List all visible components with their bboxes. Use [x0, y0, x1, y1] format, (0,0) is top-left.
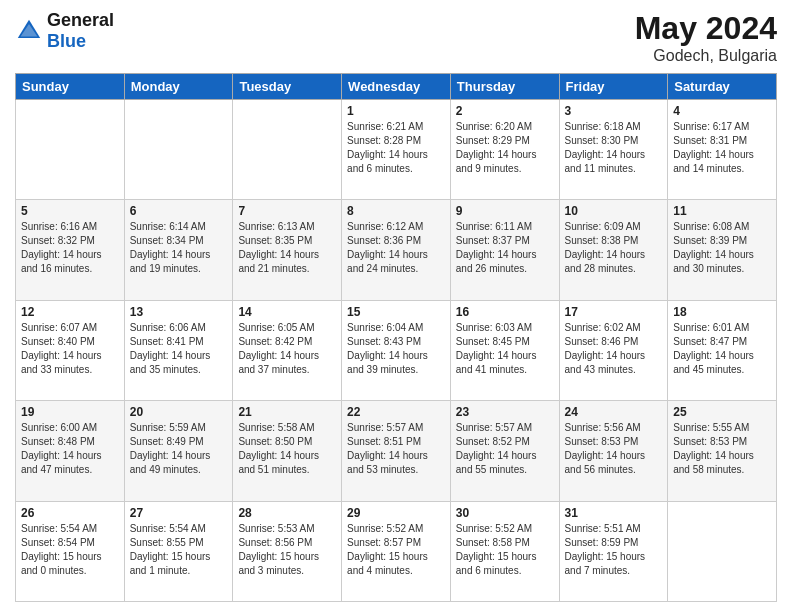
day-info: Sunrise: 6:21 AMSunset: 8:28 PMDaylight:… [347, 120, 445, 176]
calendar-cell: 24Sunrise: 5:56 AMSunset: 8:53 PMDayligh… [559, 401, 668, 501]
daylight-text: Daylight: 14 hours and 43 minutes. [565, 350, 646, 375]
calendar-cell: 21Sunrise: 5:58 AMSunset: 8:50 PMDayligh… [233, 401, 342, 501]
sunset-text: Sunset: 8:32 PM [21, 235, 95, 246]
week-row-2: 5Sunrise: 6:16 AMSunset: 8:32 PMDaylight… [16, 200, 777, 300]
calendar-cell: 28Sunrise: 5:53 AMSunset: 8:56 PMDayligh… [233, 501, 342, 601]
day-number: 15 [347, 305, 445, 319]
day-number: 29 [347, 506, 445, 520]
day-number: 11 [673, 204, 771, 218]
day-number: 30 [456, 506, 554, 520]
day-number: 24 [565, 405, 663, 419]
sunrise-text: Sunrise: 5:54 AM [21, 523, 97, 534]
day-number: 13 [130, 305, 228, 319]
calendar-header-row: Sunday Monday Tuesday Wednesday Thursday… [16, 74, 777, 100]
calendar-cell: 11Sunrise: 6:08 AMSunset: 8:39 PMDayligh… [668, 200, 777, 300]
daylight-text: Daylight: 14 hours and 49 minutes. [130, 450, 211, 475]
calendar-cell [233, 100, 342, 200]
day-info: Sunrise: 5:58 AMSunset: 8:50 PMDaylight:… [238, 421, 336, 477]
sunset-text: Sunset: 8:46 PM [565, 336, 639, 347]
day-info: Sunrise: 5:52 AMSunset: 8:57 PMDaylight:… [347, 522, 445, 578]
calendar-cell: 23Sunrise: 5:57 AMSunset: 8:52 PMDayligh… [450, 401, 559, 501]
day-info: Sunrise: 6:17 AMSunset: 8:31 PMDaylight:… [673, 120, 771, 176]
day-info: Sunrise: 5:57 AMSunset: 8:51 PMDaylight:… [347, 421, 445, 477]
daylight-text: Daylight: 14 hours and 26 minutes. [456, 249, 537, 274]
day-info: Sunrise: 5:57 AMSunset: 8:52 PMDaylight:… [456, 421, 554, 477]
day-info: Sunrise: 5:59 AMSunset: 8:49 PMDaylight:… [130, 421, 228, 477]
calendar-cell: 29Sunrise: 5:52 AMSunset: 8:57 PMDayligh… [342, 501, 451, 601]
sunrise-text: Sunrise: 6:09 AM [565, 221, 641, 232]
day-number: 10 [565, 204, 663, 218]
sunset-text: Sunset: 8:57 PM [347, 537, 421, 548]
sunset-text: Sunset: 8:36 PM [347, 235, 421, 246]
sunset-text: Sunset: 8:29 PM [456, 135, 530, 146]
sunset-text: Sunset: 8:35 PM [238, 235, 312, 246]
sunset-text: Sunset: 8:28 PM [347, 135, 421, 146]
calendar-cell: 3Sunrise: 6:18 AMSunset: 8:30 PMDaylight… [559, 100, 668, 200]
sunset-text: Sunset: 8:56 PM [238, 537, 312, 548]
day-info: Sunrise: 6:04 AMSunset: 8:43 PMDaylight:… [347, 321, 445, 377]
calendar-cell: 1Sunrise: 6:21 AMSunset: 8:28 PMDaylight… [342, 100, 451, 200]
day-info: Sunrise: 6:07 AMSunset: 8:40 PMDaylight:… [21, 321, 119, 377]
calendar-cell: 9Sunrise: 6:11 AMSunset: 8:37 PMDaylight… [450, 200, 559, 300]
sunset-text: Sunset: 8:39 PM [673, 235, 747, 246]
day-number: 25 [673, 405, 771, 419]
calendar-cell: 2Sunrise: 6:20 AMSunset: 8:29 PMDaylight… [450, 100, 559, 200]
calendar-cell: 12Sunrise: 6:07 AMSunset: 8:40 PMDayligh… [16, 300, 125, 400]
day-number: 12 [21, 305, 119, 319]
col-sunday: Sunday [16, 74, 125, 100]
calendar-cell [124, 100, 233, 200]
daylight-text: Daylight: 14 hours and 53 minutes. [347, 450, 428, 475]
day-number: 5 [21, 204, 119, 218]
daylight-text: Daylight: 15 hours and 0 minutes. [21, 551, 102, 576]
day-info: Sunrise: 6:08 AMSunset: 8:39 PMDaylight:… [673, 220, 771, 276]
day-info: Sunrise: 5:56 AMSunset: 8:53 PMDaylight:… [565, 421, 663, 477]
sunset-text: Sunset: 8:47 PM [673, 336, 747, 347]
day-number: 23 [456, 405, 554, 419]
calendar-cell: 8Sunrise: 6:12 AMSunset: 8:36 PMDaylight… [342, 200, 451, 300]
day-number: 31 [565, 506, 663, 520]
col-friday: Friday [559, 74, 668, 100]
daylight-text: Daylight: 14 hours and 14 minutes. [673, 149, 754, 174]
sunset-text: Sunset: 8:34 PM [130, 235, 204, 246]
sunset-text: Sunset: 8:51 PM [347, 436, 421, 447]
day-number: 27 [130, 506, 228, 520]
daylight-text: Daylight: 14 hours and 16 minutes. [21, 249, 102, 274]
sunrise-text: Sunrise: 5:52 AM [347, 523, 423, 534]
calendar-cell: 19Sunrise: 6:00 AMSunset: 8:48 PMDayligh… [16, 401, 125, 501]
day-number: 1 [347, 104, 445, 118]
month-title: May 2024 [635, 10, 777, 47]
sunrise-text: Sunrise: 5:53 AM [238, 523, 314, 534]
calendar: Sunday Monday Tuesday Wednesday Thursday… [15, 73, 777, 602]
sunset-text: Sunset: 8:31 PM [673, 135, 747, 146]
col-tuesday: Tuesday [233, 74, 342, 100]
sunrise-text: Sunrise: 6:03 AM [456, 322, 532, 333]
logo-text: General Blue [47, 10, 114, 52]
sunrise-text: Sunrise: 5:51 AM [565, 523, 641, 534]
daylight-text: Daylight: 14 hours and 39 minutes. [347, 350, 428, 375]
daylight-text: Daylight: 14 hours and 21 minutes. [238, 249, 319, 274]
sunrise-text: Sunrise: 6:04 AM [347, 322, 423, 333]
sunrise-text: Sunrise: 5:54 AM [130, 523, 206, 534]
day-info: Sunrise: 6:11 AMSunset: 8:37 PMDaylight:… [456, 220, 554, 276]
day-number: 3 [565, 104, 663, 118]
sunrise-text: Sunrise: 6:06 AM [130, 322, 206, 333]
col-wednesday: Wednesday [342, 74, 451, 100]
calendar-cell: 4Sunrise: 6:17 AMSunset: 8:31 PMDaylight… [668, 100, 777, 200]
calendar-cell: 10Sunrise: 6:09 AMSunset: 8:38 PMDayligh… [559, 200, 668, 300]
sunset-text: Sunset: 8:37 PM [456, 235, 530, 246]
day-info: Sunrise: 5:54 AMSunset: 8:54 PMDaylight:… [21, 522, 119, 578]
sunset-text: Sunset: 8:38 PM [565, 235, 639, 246]
daylight-text: Daylight: 15 hours and 6 minutes. [456, 551, 537, 576]
day-info: Sunrise: 6:06 AMSunset: 8:41 PMDaylight:… [130, 321, 228, 377]
calendar-cell: 14Sunrise: 6:05 AMSunset: 8:42 PMDayligh… [233, 300, 342, 400]
sunrise-text: Sunrise: 6:08 AM [673, 221, 749, 232]
sunrise-text: Sunrise: 6:11 AM [456, 221, 532, 232]
daylight-text: Daylight: 14 hours and 30 minutes. [673, 249, 754, 274]
calendar-cell [16, 100, 125, 200]
daylight-text: Daylight: 15 hours and 4 minutes. [347, 551, 428, 576]
sunset-text: Sunset: 8:50 PM [238, 436, 312, 447]
daylight-text: Daylight: 14 hours and 9 minutes. [456, 149, 537, 174]
day-number: 26 [21, 506, 119, 520]
daylight-text: Daylight: 14 hours and 47 minutes. [21, 450, 102, 475]
day-number: 20 [130, 405, 228, 419]
